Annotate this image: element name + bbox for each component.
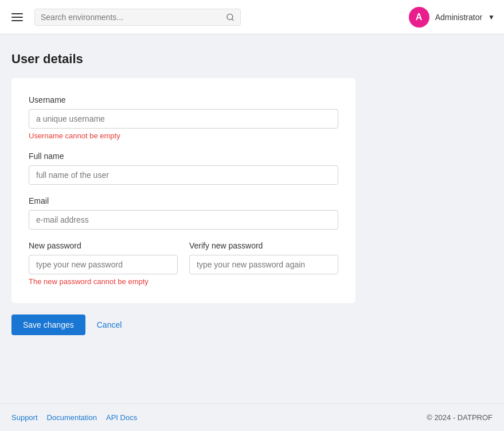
search-icon xyxy=(226,13,235,22)
password-error: The new password cannot be empty xyxy=(29,277,338,286)
verify-password-label: Verify new password xyxy=(189,241,338,250)
page-title: User details xyxy=(11,52,493,67)
footer-copyright: © 2024 - DATPROF xyxy=(427,413,493,422)
username-label: Username xyxy=(29,95,338,104)
new-password-group: New password xyxy=(29,241,178,274)
search-input[interactable] xyxy=(41,13,221,22)
username-error: Username cannot be empty xyxy=(29,131,338,140)
verify-password-input[interactable] xyxy=(189,255,338,274)
footer-documentation-link[interactable]: Documentation xyxy=(47,413,97,422)
new-password-label: New password xyxy=(29,241,178,250)
save-button[interactable]: Save changes xyxy=(11,314,85,335)
avatar[interactable]: A xyxy=(409,7,429,28)
verify-password-group: Verify new password xyxy=(189,241,338,274)
user-details-form-card: Username Username cannot be empty Full n… xyxy=(11,78,355,303)
footer: Support Documentation API Docs © 2024 - … xyxy=(0,403,504,431)
new-password-input[interactable] xyxy=(29,255,178,274)
main-content: User details Username Username cannot be… xyxy=(0,34,504,403)
footer-links: Support Documentation API Docs xyxy=(11,413,137,422)
menu-icon[interactable] xyxy=(9,11,25,24)
email-group: Email xyxy=(29,196,338,230)
fullname-group: Full name xyxy=(29,152,338,185)
svg-line-1 xyxy=(232,18,233,20)
chevron-down-icon: ▼ xyxy=(488,13,495,21)
username-group: Username Username cannot be empty xyxy=(29,95,338,140)
cancel-button[interactable]: Cancel xyxy=(95,314,124,335)
footer-api-link[interactable]: API Docs xyxy=(106,413,137,422)
footer-support-link[interactable]: Support xyxy=(11,413,38,422)
header: A Administrator ▼ xyxy=(0,0,504,34)
search-bar xyxy=(34,9,241,26)
header-user-area: A Administrator ▼ xyxy=(409,7,495,28)
admin-name-label: Administrator xyxy=(435,13,482,22)
fullname-label: Full name xyxy=(29,152,338,161)
email-input[interactable] xyxy=(29,210,338,230)
password-row: New password Verify new password xyxy=(29,241,338,274)
username-input[interactable] xyxy=(29,109,338,129)
button-row: Save changes Cancel xyxy=(11,314,493,335)
fullname-input[interactable] xyxy=(29,165,338,185)
email-label: Email xyxy=(29,196,338,205)
